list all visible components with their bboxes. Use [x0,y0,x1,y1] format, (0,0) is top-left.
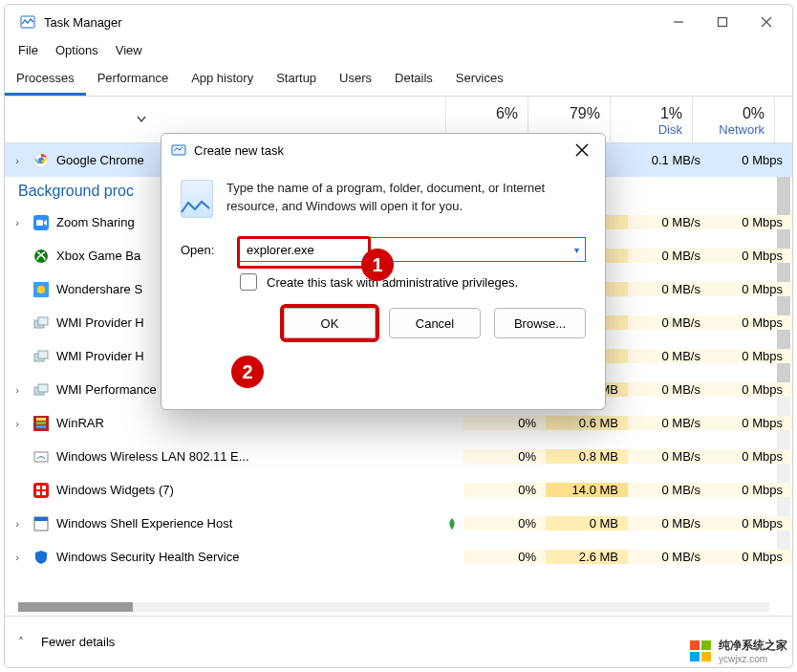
expand-chevron-icon[interactable]: › [5,518,24,530]
process-row[interactable]: ›Windows Shell Experience Host0%0 MB0 MB… [5,507,792,540]
footer: ˄ Fewer details [5,616,792,667]
cell-network: 0 Mbps [710,516,792,531]
titlebar: Task Manager [5,5,792,39]
process-row[interactable]: Windows Widgets (7)0%14.0 MB0 MB/s0 Mbps [5,473,792,507]
menu-file[interactable]: File [18,43,38,57]
minimize-button[interactable] [657,7,700,37]
chevron-up-icon[interactable]: ˄ [18,636,24,649]
watermark: 纯净系统之家 ycwjxz.com [690,638,787,664]
cell-cpu: 0% [463,483,546,497]
process-row[interactable]: ›Windows Security Health Service0%2.6 MB… [5,540,792,574]
expand-chevron-icon[interactable]: › [5,552,24,563]
app-title: Task Manager [44,15,657,30]
process-icon [33,449,49,465]
svg-rect-8 [36,220,43,226]
cell-disk: 0 MB/s [628,416,710,430]
cell-network: 0 Mbps [710,349,792,363]
menu-options[interactable]: Options [55,43,98,57]
tabs: Processes Performance App history Startu… [5,65,792,97]
cell-memory: 0 MB [546,516,628,531]
process-name: Windows Shell Experience Host [56,516,446,531]
hscroll-thumb[interactable] [18,602,133,612]
cell-network: 0 Mbps [710,382,792,397]
tab-details[interactable]: Details [383,65,444,96]
dialog-close-button[interactable] [565,137,599,163]
svg-rect-19 [36,418,46,421]
cancel-button[interactable]: Cancel [389,308,481,338]
watermark-logo [690,640,711,661]
process-row[interactable]: ›WinRAR0%0.6 MB0 MB/s0 Mbps [5,406,792,440]
tab-services[interactable]: Services [444,65,515,96]
sort-chevron-down-icon[interactable] [137,115,146,124]
dialog-title: Create new task [194,143,565,158]
callout-badge-1: 1 [361,249,394,281]
tab-startup[interactable]: Startup [265,65,328,96]
svg-rect-23 [33,483,49,498]
svg-rect-29 [34,517,48,521]
cell-cpu: 0% [463,416,546,430]
cell-memory: 0.6 MB [546,416,628,430]
process-icon [33,153,49,168]
process-icon [33,282,49,297]
tab-performance[interactable]: Performance [86,65,180,96]
process-name: WinRAR [56,416,463,430]
tab-processes[interactable]: Processes [5,65,86,96]
admin-checkbox[interactable] [240,273,257,291]
cell-disk: 0 MB/s [628,282,710,296]
cell-disk: 0 MB/s [628,449,710,464]
menu-view[interactable]: View [116,43,142,57]
svg-rect-30 [172,145,185,155]
process-icon [33,249,49,264]
ok-button[interactable]: OK [284,308,376,338]
svg-rect-21 [36,425,46,428]
close-button[interactable] [744,7,788,37]
process-icon [33,516,49,531]
cell-disk: 0 MB/s [628,550,710,564]
process-icon [33,483,49,498]
admin-checkbox-label: Create this task with administrative pri… [267,275,518,290]
horizontal-scrollbar[interactable] [18,602,769,612]
svg-rect-25 [42,486,46,489]
dialog-message: Type the name of a program, folder, docu… [226,180,586,216]
svg-rect-17 [38,384,48,392]
svg-rect-20 [36,422,46,424]
svg-rect-2 [719,18,727,27]
tab-users[interactable]: Users [328,65,383,96]
expand-chevron-icon[interactable]: › [5,418,24,429]
open-value: explorer.exe [247,243,314,257]
process-name: Windows Widgets (7) [56,483,463,497]
process-icon [33,550,49,565]
col-network[interactable]: 0%Network [693,97,775,142]
watermark-url: ycwjxz.com [719,654,787,664]
cell-disk: 0 MB/s [628,516,710,531]
process-name: Windows Security Health Service [56,550,463,564]
browse-button[interactable]: Browse... [494,308,586,338]
fewer-details-link[interactable]: Fewer details [41,635,115,649]
cell-network: 0 Mbps [710,449,792,464]
process-name: Windows Wireless LAN 802.11 E... [56,449,463,464]
process-row[interactable]: Windows Wireless LAN 802.11 E...0%0.8 MB… [5,440,792,473]
expand-chevron-icon[interactable]: › [5,384,24,396]
open-combobox[interactable]: explorer.exe ▾ [238,237,586,262]
dialog-titlebar: Create new task [162,134,605,166]
expand-chevron-icon[interactable]: › [5,155,24,166]
cell-memory: 14.0 MB [546,483,628,497]
expand-chevron-icon[interactable]: › [5,217,24,228]
cell-network: 0 Mbps [710,315,792,330]
process-icon [33,382,49,398]
cell-network: 0 Mbps [710,153,792,167]
svg-rect-27 [42,491,46,495]
col-disk[interactable]: 1%Disk [611,97,693,142]
cell-memory: 0.8 MB [546,449,628,464]
svg-point-11 [37,286,45,293]
maximize-button[interactable] [700,7,744,37]
cell-cpu: 0% [463,449,546,464]
cell-network: 0 Mbps [710,249,792,263]
cell-disk: 0 MB/s [628,315,710,330]
chevron-down-icon[interactable]: ▾ [574,245,579,255]
svg-rect-13 [38,317,48,325]
run-icon-small [171,142,186,158]
process-icon [33,315,49,331]
tab-app-history[interactable]: App history [180,65,265,96]
menubar: File Options View [5,39,792,65]
